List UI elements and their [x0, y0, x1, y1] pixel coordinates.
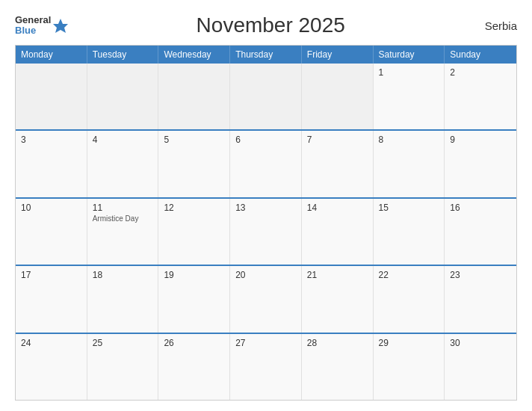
- day-number: 21: [307, 270, 368, 280]
- calendar-cell: 6: [230, 131, 302, 197]
- calendar-cell: 29: [374, 334, 445, 400]
- day-number: 7: [307, 135, 368, 145]
- calendar-cell: [87, 64, 159, 129]
- country-label: Serbia: [472, 19, 517, 32]
- logo-general: General: [15, 15, 51, 25]
- weekday-header: Tuesday: [87, 46, 159, 64]
- calendar-week: 17181920212223: [16, 265, 516, 332]
- calendar-event: Armistice Day: [93, 214, 153, 223]
- calendar-cell: 17: [16, 266, 87, 332]
- weekday-header: Sunday: [445, 46, 516, 64]
- day-number: 28: [307, 338, 368, 348]
- calendar: MondayTuesdayWednesdayThursdayFridaySatu…: [15, 45, 517, 401]
- day-number: 6: [235, 135, 296, 145]
- logo: General Blue: [15, 15, 69, 37]
- calendar-cell: 7: [302, 131, 374, 197]
- weekday-header: Saturday: [374, 46, 445, 64]
- weekday-header: Monday: [16, 46, 87, 64]
- day-number: 25: [93, 338, 153, 348]
- calendar-cell: 27: [230, 334, 302, 400]
- day-number: 12: [164, 203, 224, 213]
- day-number: 1: [379, 67, 439, 78]
- calendar-cell: 18: [87, 266, 159, 332]
- day-number: 15: [379, 203, 439, 213]
- calendar-cell: 13: [230, 199, 302, 265]
- page-title: November 2025: [69, 13, 472, 37]
- calendar-week: 12: [16, 64, 516, 129]
- day-number: 3: [21, 135, 81, 145]
- calendar-cell: 5: [158, 131, 230, 197]
- calendar-cell: 12: [158, 199, 230, 265]
- calendar-cell: 3: [16, 131, 87, 197]
- day-number: 27: [235, 338, 296, 348]
- calendar-week: 1011Armistice Day1213141516: [16, 197, 516, 265]
- calendar-week: 24252627282930: [16, 333, 516, 400]
- day-number: 9: [450, 135, 511, 145]
- weekday-header: Thursday: [230, 46, 302, 64]
- calendar-cell: 8: [374, 131, 445, 197]
- calendar-cell: 11Armistice Day: [87, 199, 159, 265]
- svg-marker-0: [53, 19, 68, 33]
- calendar-cell: 21: [302, 266, 374, 332]
- day-number: 4: [93, 135, 153, 145]
- day-number: 10: [21, 203, 81, 213]
- calendar-cell: 16: [445, 199, 516, 265]
- weekday-header: Friday: [302, 46, 374, 64]
- calendar-header: MondayTuesdayWednesdayThursdayFridaySatu…: [16, 46, 516, 64]
- calendar-cell: [230, 64, 302, 129]
- day-number: 17: [21, 270, 81, 280]
- calendar-cell: 4: [87, 131, 159, 197]
- calendar-cell: 2: [445, 64, 516, 129]
- day-number: 24: [21, 338, 81, 348]
- day-number: 5: [164, 135, 224, 145]
- calendar-cell: 20: [230, 266, 302, 332]
- calendar-cell: 30: [445, 334, 516, 400]
- calendar-cell: 23: [445, 266, 516, 332]
- logo-flag: [52, 17, 69, 34]
- day-number: 19: [164, 270, 224, 280]
- day-number: 29: [379, 338, 439, 348]
- calendar-cell: 24: [16, 334, 87, 400]
- day-number: 13: [235, 203, 296, 213]
- calendar-cell: 9: [445, 131, 516, 197]
- calendar-page: General Blue November 2025 Serbia Monday…: [0, 0, 532, 411]
- calendar-cell: 19: [158, 266, 230, 332]
- calendar-cell: [302, 64, 374, 129]
- day-number: 16: [450, 203, 511, 213]
- calendar-cell: 22: [374, 266, 445, 332]
- calendar-week: 3456789: [16, 129, 516, 197]
- calendar-cell: 1: [374, 64, 445, 129]
- logo-blue: Blue: [15, 25, 51, 36]
- day-number: 26: [164, 338, 224, 348]
- calendar-cell: 26: [158, 334, 230, 400]
- calendar-cell: 15: [374, 199, 445, 265]
- calendar-body: 1234567891011Armistice Day12131415161718…: [16, 64, 516, 400]
- calendar-cell: 25: [87, 334, 159, 400]
- calendar-cell: [16, 64, 87, 129]
- calendar-cell: [158, 64, 230, 129]
- day-number: 8: [379, 135, 439, 145]
- day-number: 14: [307, 203, 368, 213]
- weekday-header: Wednesday: [158, 46, 230, 64]
- day-number: 20: [235, 270, 296, 280]
- calendar-cell: 10: [16, 199, 87, 265]
- calendar-cell: 28: [302, 334, 374, 400]
- day-number: 23: [450, 270, 511, 280]
- day-number: 22: [379, 270, 439, 280]
- day-number: 11: [93, 203, 153, 213]
- page-header: General Blue November 2025 Serbia: [15, 13, 517, 37]
- calendar-cell: 14: [302, 199, 374, 265]
- day-number: 18: [93, 270, 153, 280]
- day-number: 30: [450, 338, 511, 348]
- logo-text: General Blue: [15, 15, 51, 37]
- day-number: 2: [450, 67, 511, 78]
